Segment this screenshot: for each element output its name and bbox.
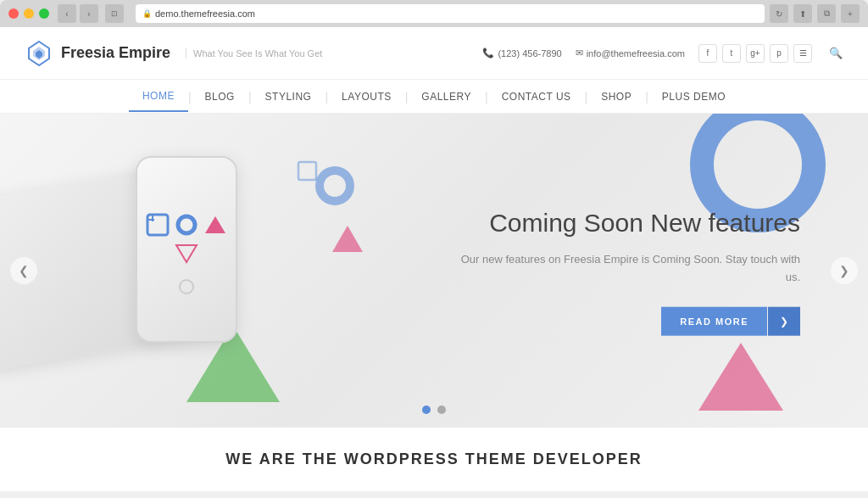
svg-marker-7: [205, 216, 225, 233]
bottom-title: WE ARE THE WORDPRESS THEME DEVELOPER: [225, 450, 642, 468]
logo-icon: [25, 40, 53, 67]
facebook-icon[interactable]: f: [698, 44, 717, 63]
tabs-button[interactable]: ⧉: [817, 4, 836, 23]
hero-arrow-button[interactable]: ❯: [768, 306, 800, 335]
shape-small-ring: [314, 165, 356, 210]
shape-small-triangle: [331, 224, 364, 257]
svg-rect-3: [147, 215, 168, 235]
hero-subtitle: Our new features on Freesia Empire is Co…: [444, 251, 800, 287]
share-button[interactable]: ⬆: [793, 4, 812, 23]
pinterest-icon[interactable]: p: [770, 44, 788, 63]
navigation-bar: HOME | BLOG | STYLING | LAYOUTS | GALLER…: [0, 80, 868, 114]
hero-cta-group: READ MORE ❯: [444, 306, 800, 335]
nav-item-layouts[interactable]: LAYOUTS: [328, 82, 405, 111]
bottom-section: WE ARE THE WORDPRESS THEME DEVELOPER: [0, 428, 868, 491]
svg-marker-9: [332, 226, 363, 252]
top-contact: 📞 (123) 456-7890 ✉ info@themefreesia.com…: [482, 44, 843, 63]
phone-number: (123) 456-7890: [498, 48, 561, 59]
phone-mockup: [102, 131, 271, 402]
lock-icon: 🔒: [142, 9, 152, 18]
back-button[interactable]: ‹: [58, 4, 76, 23]
carousel-dot-1[interactable]: [422, 406, 431, 414]
logo-area: Freesia Empire What You See Is What You …: [25, 40, 322, 67]
website: Freesia Empire What You See Is What You …: [0, 27, 868, 491]
email-info: ✉ info@themefreesia.com: [576, 48, 685, 59]
twitter-icon[interactable]: t: [722, 44, 741, 63]
nav-item-styling[interactable]: STYLING: [252, 82, 326, 111]
shape-triangle-pink: [698, 343, 783, 411]
carousel-next-button[interactable]: ❯: [831, 257, 858, 284]
logo-tagline: What You See Is What You Get: [186, 48, 322, 59]
new-tab-button[interactable]: +: [841, 4, 860, 23]
nav-item-home[interactable]: HOME: [129, 81, 188, 112]
address-bar[interactable]: 🔒 demo.themefreesia.com: [136, 4, 765, 23]
hero-title: Coming Soon New features: [444, 206, 800, 239]
read-more-button[interactable]: READ MORE: [661, 306, 767, 335]
url-text: demo.themefreesia.com: [155, 8, 255, 19]
dot-yellow[interactable]: [24, 8, 34, 19]
phone-icon-square: [146, 213, 170, 237]
dot-green[interactable]: [39, 8, 49, 19]
googleplus-icon[interactable]: g+: [746, 44, 765, 63]
nav-item-plus-demo[interactable]: PLUS DEMO: [648, 82, 739, 111]
email-icon: ✉: [576, 48, 583, 59]
search-icon[interactable]: 🔍: [829, 47, 843, 59]
svg-marker-8: [176, 245, 197, 262]
phone-body: [136, 156, 237, 343]
shape-small-square: [297, 160, 318, 185]
nav-item-gallery[interactable]: GALLERY: [408, 82, 485, 111]
email-address: info@themefreesia.com: [587, 48, 685, 59]
svg-point-6: [178, 216, 195, 233]
top-bar: Freesia Empire What You See Is What You …: [0, 27, 868, 80]
social-icons: f t g+ p ☰: [698, 44, 812, 63]
phone-icon-triangle: [203, 213, 227, 237]
hero-section: Coming Soon New features Our new feature…: [0, 114, 868, 428]
carousel-dot-2[interactable]: [437, 406, 446, 414]
browser-chrome: ‹ › ⊡ 🔒 demo.themefreesia.com ↻ ⬆ ⧉ +: [0, 0, 868, 27]
phone-icon: 📞: [482, 48, 494, 59]
carousel-dots: [422, 406, 446, 414]
forward-button[interactable]: ›: [80, 4, 98, 23]
phone-icon-ring: [175, 213, 198, 237]
hero-content: Coming Soon New features Our new feature…: [444, 206, 800, 336]
dot-red[interactable]: [8, 8, 19, 19]
logo-name: Freesia Empire: [61, 44, 170, 62]
phone-info: 📞 (123) 456-7890: [482, 48, 561, 59]
browser-dots: [8, 8, 49, 19]
phone-icon-downtriangle: [175, 242, 198, 266]
nav-item-contact[interactable]: CONTACT US: [488, 82, 585, 111]
window-button[interactable]: ⊡: [105, 4, 124, 23]
browser-titlebar: ‹ › ⊡ 🔒 demo.themefreesia.com ↻ ⬆ ⧉ +: [0, 0, 868, 27]
nav-item-shop[interactable]: SHOP: [587, 82, 645, 111]
reload-button[interactable]: ↻: [770, 4, 788, 23]
browser-actions: ⬆ ⧉ +: [793, 4, 860, 23]
carousel-prev-button[interactable]: ❮: [10, 257, 37, 284]
nav-item-blog[interactable]: BLOG: [192, 82, 248, 111]
svg-rect-11: [298, 162, 316, 180]
browser-nav: ‹ ›: [58, 4, 98, 23]
svg-point-10: [320, 171, 350, 201]
phone-screen: [137, 204, 236, 274]
rss-icon[interactable]: ☰: [793, 44, 812, 63]
phone-home-button: [179, 279, 194, 294]
